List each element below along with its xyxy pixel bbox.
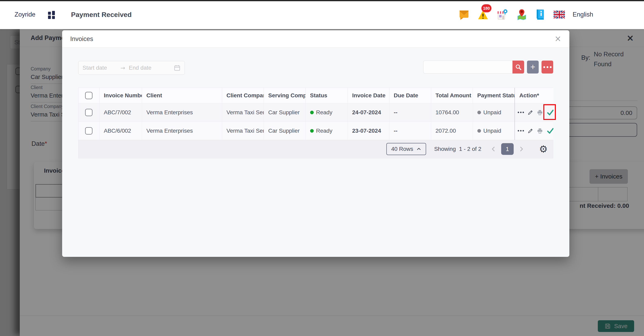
cell-invoice-number: ABC/6/002 bbox=[99, 122, 142, 140]
brand-logo[interactable]: Zoyride bbox=[14, 0, 35, 29]
date-range-picker[interactable]: → bbox=[78, 61, 185, 75]
status-dot bbox=[310, 111, 314, 114]
workspace: St Add Payment × Company Car Supplier Cl… bbox=[0, 29, 644, 336]
location-pin-icon[interactable] bbox=[516, 9, 527, 20]
window-top-edge bbox=[0, 0, 644, 1]
annotation-highlight-box bbox=[543, 104, 556, 120]
grid-icon bbox=[48, 11, 55, 19]
edit-icon[interactable] bbox=[528, 128, 534, 134]
cell-status: Ready bbox=[306, 122, 348, 140]
notification-badge: 180 bbox=[482, 4, 491, 12]
table-row[interactable]: ABC/6/002 Verma Enterprises Verma Taxi S… bbox=[78, 122, 554, 140]
next-page-icon[interactable] bbox=[518, 146, 524, 152]
close-icon[interactable]: × bbox=[554, 34, 561, 43]
col-due-date: Due Date bbox=[389, 88, 431, 103]
search-input[interactable] bbox=[423, 61, 512, 74]
screen: Zoyride Payment Received bbox=[0, 0, 644, 336]
settings-gear-icon[interactable]: ⚙ bbox=[539, 144, 548, 154]
cell-invoice-number: ABC/7/002 bbox=[99, 103, 142, 122]
current-page-badge[interactable]: 1 bbox=[501, 143, 514, 155]
rows-per-page-dropdown[interactable]: 40 Rows bbox=[386, 143, 426, 155]
invoices-table: Invoice Numbe Client Client Company Serv… bbox=[78, 88, 553, 158]
cell-due-date: -- bbox=[389, 103, 431, 122]
more-options-button[interactable] bbox=[542, 61, 553, 74]
info-book-icon[interactable] bbox=[536, 9, 545, 20]
col-payment-status: Payment Statu bbox=[473, 88, 515, 103]
cell-client-company: Verma Taxi Servic bbox=[222, 122, 264, 140]
language-label[interactable]: English bbox=[572, 11, 593, 18]
cell-serving-company: Car Supplier bbox=[264, 122, 306, 140]
prev-page-icon[interactable] bbox=[491, 146, 496, 152]
print-icon[interactable] bbox=[537, 128, 543, 134]
cell-client-company: Verma Taxi Servic bbox=[222, 103, 264, 122]
col-action: Action* bbox=[515, 88, 554, 103]
topbar-icons: 180 bbox=[459, 0, 593, 29]
ellipsis-icon bbox=[543, 66, 552, 68]
row-checkbox[interactable] bbox=[85, 109, 92, 116]
print-icon[interactable] bbox=[537, 109, 543, 116]
cell-payment-status: Unpaid bbox=[473, 122, 515, 140]
cell-actions bbox=[515, 122, 554, 140]
table-header-row: Invoice Numbe Client Client Company Serv… bbox=[78, 88, 554, 103]
range-arrow-icon: → bbox=[118, 65, 127, 71]
page-title: Payment Received bbox=[71, 0, 132, 29]
col-invoice-number: Invoice Numbe bbox=[99, 88, 142, 103]
showing-text: Showing 1 - 2 of 2 bbox=[434, 146, 482, 152]
modal-title: Invoices bbox=[70, 30, 93, 48]
edit-icon[interactable] bbox=[528, 109, 534, 116]
cell-payment-status: Unpaid bbox=[473, 103, 515, 122]
cell-total-amount: 10764.00 bbox=[431, 103, 473, 122]
col-serving-company: Serving Compa bbox=[264, 88, 306, 103]
cell-due-date: -- bbox=[389, 122, 431, 140]
payment-status-dot bbox=[477, 111, 481, 114]
row-more-icon[interactable] bbox=[518, 112, 524, 113]
col-client-company: Client Company bbox=[222, 88, 264, 103]
search-icon bbox=[515, 64, 522, 70]
cell-serving-company: Car Supplier bbox=[264, 103, 306, 122]
search-group: + bbox=[423, 61, 553, 74]
search-button[interactable] bbox=[512, 61, 524, 74]
cell-total-amount: 2072.00 bbox=[431, 122, 473, 140]
invoices-modal: Invoices × → bbox=[62, 30, 569, 257]
chevron-up-icon bbox=[416, 147, 421, 151]
row-checkbox[interactable] bbox=[85, 127, 92, 135]
store-locator-icon[interactable] bbox=[497, 9, 508, 20]
payment-status-dot bbox=[477, 129, 481, 133]
language-flag-icon[interactable] bbox=[554, 11, 565, 18]
approve-check-icon[interactable] bbox=[546, 127, 554, 135]
top-bar: Zoyride Payment Received bbox=[0, 0, 644, 29]
status-dot bbox=[310, 129, 314, 133]
chat-icon[interactable] bbox=[459, 9, 469, 20]
add-button[interactable]: + bbox=[527, 61, 539, 74]
cell-client: Verma Enterprises bbox=[142, 122, 222, 140]
apps-grid-icon[interactable] bbox=[48, 11, 55, 20]
end-date-input[interactable] bbox=[129, 65, 163, 71]
calendar-icon bbox=[174, 64, 180, 71]
plus-icon: + bbox=[530, 63, 536, 71]
start-date-input[interactable] bbox=[82, 65, 117, 71]
pagination-bar: 40 Rows Showing 1 - 2 of 2 1 bbox=[78, 140, 553, 158]
col-status: Status bbox=[306, 88, 348, 103]
cell-invoice-date: 24-07-2024 bbox=[348, 103, 389, 122]
col-client: Client bbox=[142, 88, 222, 103]
col-total-amount: Total Amount bbox=[431, 88, 473, 103]
col-invoice-date: Invoice Date bbox=[348, 88, 389, 103]
notification-icon[interactable]: 180 bbox=[478, 10, 488, 20]
table-row[interactable]: ABC/7/002 Verma Enterprises Verma Taxi S… bbox=[78, 103, 554, 122]
cell-status: Ready bbox=[306, 103, 348, 122]
cell-invoice-date: 23-07-2024 bbox=[348, 122, 389, 140]
cell-client: Verma Enterprises bbox=[142, 103, 222, 122]
select-all-checkbox[interactable] bbox=[85, 92, 92, 99]
row-more-icon[interactable] bbox=[518, 130, 524, 131]
modal-header: Invoices × bbox=[62, 30, 569, 48]
